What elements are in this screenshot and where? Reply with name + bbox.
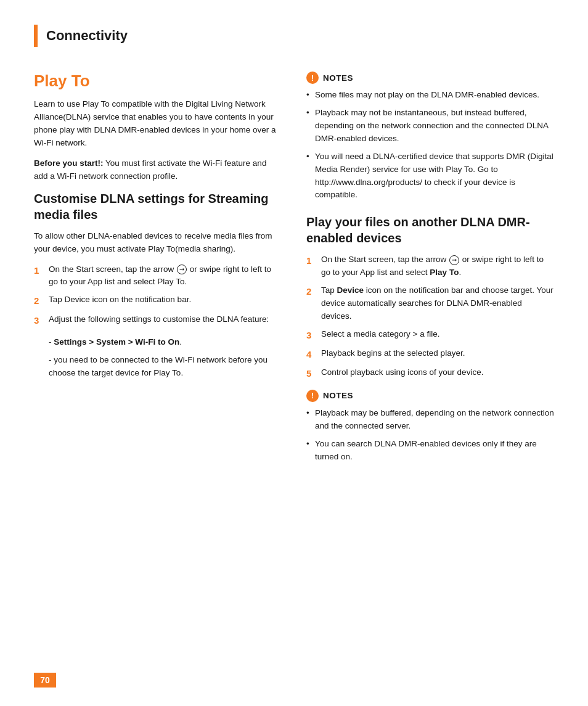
step-1-num: 1 [34,263,44,289]
note-2-item-2: You can search DLNA DMR-enabled devices … [306,438,554,464]
notes-icon-2: ! [306,390,319,402]
play-step-4: 4 Playback begins at the selected player… [306,347,554,361]
step-1: 1 On the Start screen, tap the arrow ➞ o… [34,263,282,289]
play-step-3-text: Select a media category > a file. [321,328,439,342]
sub-step-1: - Settings > System > Wi-Fi to On. [49,336,282,349]
step-3-text: Adjust the following settings to customi… [49,313,269,327]
intro-text: Learn to use Play To compatible with the… [34,98,282,150]
header: Connectivity [34,25,554,47]
play-step-3: 3 Select a media category > a file. [306,328,554,342]
play-step-1: 1 On the Start screen, tap the arrow ➞ o… [306,253,554,279]
play-step-3-num: 3 [306,328,316,342]
right-column: ! NOTES Some files may not play on the D… [306,72,554,475]
play-step-4-text: Playback begins at the selected player. [321,347,465,361]
arrow-circle-icon: ➞ [177,265,187,274]
step-2: 2 Tap Device icon on the notification ba… [34,293,282,308]
play-to-title: Play To [34,72,282,91]
play-step-2-num: 2 [306,284,316,323]
notes-box-2: ! NOTES Playback may be buffered, depend… [306,390,554,464]
notes-list-2: Playback may be buffered, depending on t… [306,407,554,464]
play-step-5: 5 Control playback using icons of your d… [306,366,554,380]
sub-step-1-bold: Settings > System > Wi-Fi to On [54,337,179,347]
header-title: Connectivity [46,28,128,44]
customise-title: Customise DLNA settings for Streaming me… [34,191,282,223]
play-to-bold: Play To [430,268,459,277]
notes-list-1: Some files may not play on the DLNA DMR-… [306,89,554,202]
play-step-2: 2 Tap Device icon on the notification ba… [306,284,554,323]
play-step-1-num: 1 [306,253,316,279]
notes-label-1: NOTES [323,73,353,83]
notes-label-2: NOTES [323,391,353,400]
step-3: 3 Adjust the following settings to custo… [34,313,282,327]
left-column: Play To Learn to use Play To compatible … [34,72,282,475]
customise-intro: To allow other DLNA-enabled devices to r… [34,230,282,256]
note-1-item-3: You will need a DLNA-certified device th… [306,150,554,202]
play-files-title: Play your files on another DLNA DMR-enab… [306,214,554,246]
play-step-4-num: 4 [306,347,316,361]
steps-list: 1 On the Start screen, tap the arrow ➞ o… [34,263,282,327]
play-step-1-text: On the Start screen, tap the arrow ➞ or … [321,253,554,279]
notes-header-2: ! NOTES [306,390,554,402]
header-bar [34,25,38,47]
step-3-num: 3 [34,313,44,327]
play-step-5-num: 5 [306,366,316,380]
sub-steps-list: - Settings > System > Wi-Fi to On. - you… [49,336,282,380]
notes-header-1: ! NOTES [306,72,554,84]
note-1-item-1: Some files may not play on the DLNA DMR-… [306,89,554,102]
page-number: 70 [34,673,56,688]
before-start-label: Before you start!: [34,158,104,168]
page-container: Connectivity Play To Learn to use Play T… [0,0,588,706]
columns: Play To Learn to use Play To compatible … [34,72,554,475]
notes-box-1: ! NOTES Some files may not play on the D… [306,72,554,202]
notes-icon-1: ! [306,72,319,84]
play-steps-list: 1 On the Start screen, tap the arrow ➞ o… [306,253,554,380]
step-2-text: Tap Device icon on the notification bar. [49,293,191,308]
step-1-text: On the Start screen, tap the arrow ➞ or … [49,263,282,289]
arrow-circle-icon-2: ➞ [449,255,459,265]
note-2-item-1: Playback may be buffered, depending on t… [306,407,554,433]
step-2-num: 2 [34,293,44,308]
sub-step-2: - you need to be connected to the Wi-Fi … [49,354,282,380]
before-start-text: Before you start!: You must first activa… [34,157,282,183]
play-step-5-text: Control playback using icons of your dev… [321,366,483,380]
device-bold: Device [337,285,364,295]
note-1-item-2: Playback may not be instantaneous, but i… [306,107,554,146]
play-step-2-text: Tap Device icon on the notification bar … [321,284,554,323]
